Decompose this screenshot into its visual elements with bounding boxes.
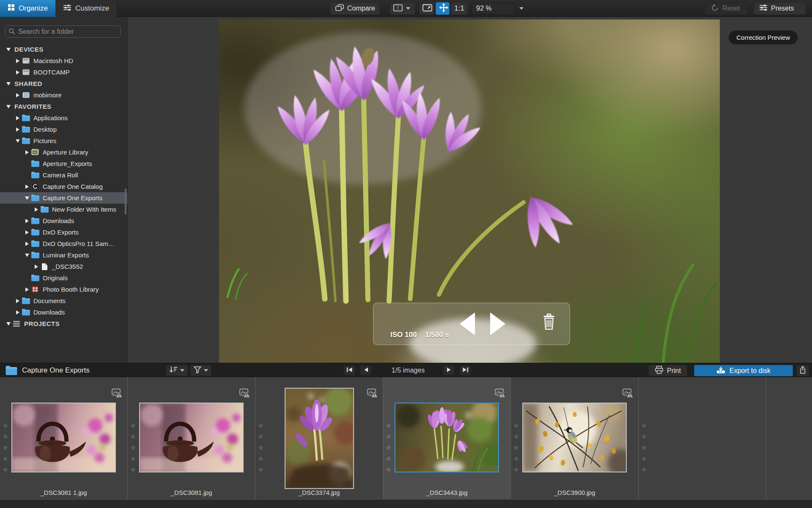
prev-arrow-icon[interactable] bbox=[460, 312, 475, 335]
split-view-button[interactable] bbox=[390, 2, 415, 15]
star-icon[interactable]: ★ bbox=[2, 420, 8, 431]
compare-button[interactable]: Compare bbox=[330, 2, 380, 15]
star-icon[interactable]: ★ bbox=[641, 420, 647, 431]
pan-tool-button[interactable] bbox=[436, 2, 450, 15]
star-icon[interactable]: ★ bbox=[130, 464, 136, 475]
tree-item-originals[interactable]: Originals bbox=[0, 272, 127, 284]
expand-triangle-icon[interactable] bbox=[5, 105, 12, 108]
expand-triangle-icon[interactable] bbox=[5, 48, 12, 51]
next-image-button[interactable] bbox=[443, 365, 455, 375]
expand-triangle-icon[interactable] bbox=[24, 196, 30, 200]
star-icon[interactable]: ★ bbox=[641, 431, 647, 442]
collapse-triangle-icon[interactable] bbox=[24, 219, 30, 223]
tree-item-pictures[interactable]: Pictures bbox=[0, 135, 127, 146]
star-icon[interactable]: ★ bbox=[2, 442, 8, 453]
trash-icon[interactable] bbox=[542, 313, 556, 332]
filmstrip-item-1[interactable]: ★★★★★ _DSC3081 1.jpg bbox=[0, 377, 128, 500]
star-icon[interactable]: ★ bbox=[2, 453, 8, 464]
tree-item-dsc3552[interactable]: _DSC3552 bbox=[0, 261, 127, 272]
rating-stars[interactable]: ★★★★★ bbox=[513, 420, 519, 475]
reset-button[interactable]: Reset bbox=[705, 2, 748, 15]
tree-item-photo-booth-library[interactable]: Photo Booth Library bbox=[0, 284, 127, 295]
fit-screen-button[interactable] bbox=[419, 2, 434, 15]
thumbnail--dsc3900-jpg[interactable] bbox=[522, 403, 627, 472]
star-icon[interactable]: ★ bbox=[130, 442, 136, 453]
rating-stars[interactable]: ★★★★★ bbox=[641, 420, 647, 475]
star-icon[interactable]: ★ bbox=[258, 420, 264, 431]
sort-button[interactable] bbox=[166, 365, 188, 376]
star-icon[interactable]: ★ bbox=[513, 453, 519, 464]
rating-stars[interactable]: ★★★★★ bbox=[2, 420, 8, 475]
tree-item-capture-one-catalog[interactable]: Capture One Catalog bbox=[0, 181, 127, 192]
tree-item-favorites[interactable]: FAVORITES bbox=[0, 101, 127, 112]
last-image-button[interactable] bbox=[459, 365, 471, 375]
tree-item-downloads[interactable]: Downloads bbox=[0, 215, 127, 226]
expand-triangle-icon[interactable] bbox=[5, 322, 12, 326]
tree-item-dxo-opticspro-11-sam[interactable]: DxO OpticsPro 11 Sam… bbox=[0, 238, 127, 249]
viewer-photo-crocus-flowers[interactable]: ISO 100 1/500 s bbox=[219, 19, 720, 363]
tree-item-new-folder-with-items[interactable]: New Folder With Items bbox=[0, 204, 127, 215]
tree-item-desktop[interactable]: Desktop bbox=[0, 124, 127, 135]
sidebar-scrollbar[interactable] bbox=[125, 188, 126, 215]
collapse-triangle-icon[interactable] bbox=[33, 265, 40, 269]
zoom-level-select[interactable]: 92 % bbox=[472, 3, 515, 14]
thumbnail--dsc3081-1-jpg[interactable] bbox=[11, 403, 116, 472]
star-icon[interactable]: ★ bbox=[258, 431, 264, 442]
star-icon[interactable]: ★ bbox=[513, 431, 519, 442]
tree-item-luminar-exports[interactable]: Luminar Exports bbox=[0, 249, 127, 261]
tree-item-mobimore[interactable]: mobimore bbox=[0, 89, 127, 101]
print-button[interactable]: Print bbox=[648, 365, 687, 376]
tab-customize[interactable]: Customize bbox=[55, 0, 117, 17]
tree-item-projects[interactable]: PROJECTS bbox=[0, 318, 127, 329]
tree-item-aperture-library[interactable]: Aperture Library bbox=[0, 146, 127, 158]
chevron-down-icon[interactable] bbox=[519, 7, 524, 10]
star-icon[interactable]: ★ bbox=[258, 464, 264, 475]
collapse-triangle-icon[interactable] bbox=[14, 59, 21, 63]
filmstrip-item-4[interactable]: ★★★★★ bbox=[383, 377, 511, 500]
collapse-triangle-icon[interactable] bbox=[24, 287, 30, 292]
star-icon[interactable]: ★ bbox=[2, 464, 8, 475]
collapse-triangle-icon[interactable] bbox=[33, 207, 40, 212]
star-icon[interactable]: ★ bbox=[513, 420, 519, 431]
tree-item-documents[interactable]: Documents bbox=[0, 295, 127, 306]
rating-stars[interactable]: ★★★★★ bbox=[385, 420, 392, 475]
star-icon[interactable]: ★ bbox=[2, 431, 8, 442]
tree-item-aperture-exports[interactable]: Aperture_Exports bbox=[0, 158, 127, 169]
tree-item-camera-roll[interactable]: Camera Roll bbox=[0, 169, 127, 181]
share-button[interactable] bbox=[796, 365, 809, 376]
expand-triangle-icon[interactable] bbox=[5, 82, 12, 86]
star-icon[interactable]: ★ bbox=[385, 420, 392, 431]
tree-item-dxo-exports[interactable]: DxO Exports bbox=[0, 226, 127, 238]
star-icon[interactable]: ★ bbox=[641, 442, 647, 453]
expand-triangle-icon[interactable] bbox=[24, 254, 30, 257]
collapse-triangle-icon[interactable] bbox=[14, 93, 21, 97]
collapse-triangle-icon[interactable] bbox=[14, 299, 21, 303]
thumbnail--dsc3374-jpg[interactable] bbox=[285, 388, 354, 489]
filmstrip-item-5[interactable]: ★★★★★ bbox=[511, 377, 639, 500]
tree-item-shared[interactable]: SHARED bbox=[0, 78, 127, 89]
star-icon[interactable]: ★ bbox=[130, 431, 136, 442]
star-icon[interactable]: ★ bbox=[513, 442, 519, 453]
star-icon[interactable]: ★ bbox=[385, 464, 392, 475]
collapse-triangle-icon[interactable] bbox=[14, 70, 21, 75]
star-icon[interactable]: ★ bbox=[130, 453, 136, 464]
next-arrow-icon[interactable] bbox=[490, 312, 505, 335]
folder-search-input[interactable] bbox=[5, 25, 121, 38]
presets-button[interactable]: Presets bbox=[754, 2, 806, 15]
star-icon[interactable]: ★ bbox=[385, 442, 392, 453]
star-icon[interactable]: ★ bbox=[513, 464, 519, 475]
star-icon[interactable]: ★ bbox=[385, 431, 392, 442]
star-icon[interactable]: ★ bbox=[130, 420, 136, 431]
collapse-triangle-icon[interactable] bbox=[14, 127, 21, 132]
filmstrip-item-2[interactable]: ★★★★★ _DSC3081.jpg bbox=[128, 377, 255, 500]
rating-stars[interactable]: ★★★★★ bbox=[258, 420, 264, 475]
collapse-triangle-icon[interactable] bbox=[24, 150, 30, 155]
previous-image-button[interactable] bbox=[360, 365, 372, 375]
star-icon[interactable]: ★ bbox=[385, 453, 392, 464]
thumbnail--dsc3081-jpg[interactable] bbox=[139, 403, 244, 472]
rating-stars[interactable]: ★★★★★ bbox=[130, 420, 136, 475]
first-image-button[interactable] bbox=[343, 365, 355, 375]
tree-item-bootcamp[interactable]: BOOTCAMP bbox=[0, 66, 127, 78]
tab-organize[interactable]: Organize bbox=[0, 0, 55, 17]
tree-item-applications[interactable]: Applications bbox=[0, 112, 127, 124]
